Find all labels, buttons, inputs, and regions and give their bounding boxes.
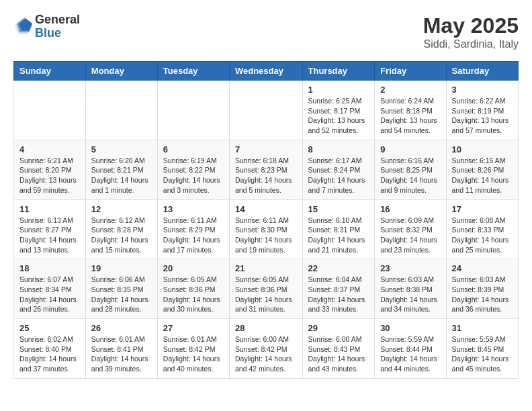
day-info: Sunrise: 6:01 AM Sunset: 8:42 PM Dayligh… (163, 334, 224, 374)
calendar-cell (14, 81, 86, 140)
logo-text: General Blue (35, 13, 80, 40)
day-number: 31 (452, 323, 513, 333)
day-number: 21 (235, 263, 297, 273)
day-number: 12 (91, 204, 152, 214)
calendar-week-row: 11Sunrise: 6:13 AM Sunset: 8:27 PM Dayli… (14, 199, 519, 259)
calendar-cell: 25Sunrise: 6:02 AM Sunset: 8:40 PM Dayli… (14, 319, 86, 379)
day-info: Sunrise: 6:07 AM Sunset: 8:34 PM Dayligh… (19, 275, 80, 314)
day-number: 10 (452, 144, 513, 154)
calendar-cell: 28Sunrise: 6:00 AM Sunset: 8:42 PM Dayli… (229, 319, 302, 379)
calendar-cell: 26Sunrise: 6:01 AM Sunset: 8:41 PM Dayli… (85, 319, 157, 379)
day-number: 16 (380, 204, 440, 214)
calendar-cell: 20Sunrise: 6:05 AM Sunset: 8:36 PM Dayli… (157, 259, 229, 319)
calendar-cell: 3Sunrise: 6:22 AM Sunset: 8:19 PM Daylig… (446, 81, 518, 140)
day-info: Sunrise: 6:04 AM Sunset: 8:37 PM Dayligh… (308, 275, 369, 314)
calendar-title: May 2025 (423, 13, 519, 38)
day-number: 5 (91, 144, 152, 154)
day-number: 13 (163, 204, 224, 214)
day-info: Sunrise: 6:12 AM Sunset: 8:28 PM Dayligh… (91, 216, 152, 255)
day-number: 19 (91, 263, 152, 273)
calendar-week-row: 4Sunrise: 6:21 AM Sunset: 8:20 PM Daylig… (14, 140, 519, 199)
day-number: 6 (163, 144, 224, 154)
calendar-cell: 16Sunrise: 6:09 AM Sunset: 8:32 PM Dayli… (375, 199, 446, 259)
day-number: 28 (235, 323, 297, 333)
calendar-cell (229, 81, 302, 140)
day-number: 2 (380, 85, 440, 95)
calendar-cell: 2Sunrise: 6:24 AM Sunset: 8:18 PM Daylig… (375, 81, 446, 140)
day-number: 30 (380, 323, 440, 333)
calendar-cell: 31Sunrise: 5:59 AM Sunset: 8:45 PM Dayli… (446, 319, 518, 379)
day-info: Sunrise: 6:15 AM Sunset: 8:26 PM Dayligh… (452, 156, 513, 195)
day-of-week-header: Tuesday (157, 62, 229, 81)
calendar-cell: 29Sunrise: 6:00 AM Sunset: 8:43 PM Dayli… (302, 319, 375, 379)
day-info: Sunrise: 5:59 AM Sunset: 8:44 PM Dayligh… (380, 334, 440, 374)
calendar-cell: 18Sunrise: 6:07 AM Sunset: 8:34 PM Dayli… (14, 259, 86, 319)
logo: General Blue (13, 13, 80, 40)
day-number: 22 (308, 263, 369, 273)
day-number: 4 (19, 144, 80, 154)
day-of-week-header: Saturday (446, 62, 518, 81)
calendar-cell (85, 81, 157, 140)
calendar-header-row: SundayMondayTuesdayWednesdayThursdayFrid… (14, 62, 519, 81)
day-info: Sunrise: 6:10 AM Sunset: 8:31 PM Dayligh… (308, 216, 369, 255)
calendar-cell: 10Sunrise: 6:15 AM Sunset: 8:26 PM Dayli… (446, 140, 518, 199)
day-info: Sunrise: 5:59 AM Sunset: 8:45 PM Dayligh… (452, 334, 513, 374)
day-number: 3 (452, 85, 513, 95)
day-info: Sunrise: 6:03 AM Sunset: 8:38 PM Dayligh… (380, 275, 440, 314)
day-info: Sunrise: 6:11 AM Sunset: 8:30 PM Dayligh… (235, 216, 297, 255)
day-info: Sunrise: 6:21 AM Sunset: 8:20 PM Dayligh… (19, 156, 80, 195)
calendar-cell: 22Sunrise: 6:04 AM Sunset: 8:37 PM Dayli… (302, 259, 375, 319)
calendar-week-row: 18Sunrise: 6:07 AM Sunset: 8:34 PM Dayli… (14, 259, 519, 319)
day-info: Sunrise: 6:19 AM Sunset: 8:22 PM Dayligh… (163, 156, 224, 195)
day-info: Sunrise: 6:25 AM Sunset: 8:17 PM Dayligh… (308, 96, 369, 136)
day-number: 29 (308, 323, 369, 333)
day-number: 23 (380, 263, 440, 273)
day-info: Sunrise: 6:16 AM Sunset: 8:25 PM Dayligh… (380, 156, 440, 195)
calendar-cell: 23Sunrise: 6:03 AM Sunset: 8:38 PM Dayli… (375, 259, 446, 319)
day-info: Sunrise: 6:00 AM Sunset: 8:43 PM Dayligh… (308, 334, 369, 374)
calendar-cell: 27Sunrise: 6:01 AM Sunset: 8:42 PM Dayli… (157, 319, 229, 379)
day-number: 17 (452, 204, 513, 214)
day-info: Sunrise: 6:05 AM Sunset: 8:36 PM Dayligh… (163, 275, 224, 314)
calendar-cell: 4Sunrise: 6:21 AM Sunset: 8:20 PM Daylig… (14, 140, 86, 199)
day-info: Sunrise: 6:06 AM Sunset: 8:35 PM Dayligh… (91, 275, 152, 314)
calendar-cell: 8Sunrise: 6:17 AM Sunset: 8:24 PM Daylig… (302, 140, 375, 199)
day-info: Sunrise: 6:13 AM Sunset: 8:27 PM Dayligh… (19, 216, 80, 255)
day-info: Sunrise: 6:22 AM Sunset: 8:19 PM Dayligh… (452, 96, 513, 136)
calendar-table: SundayMondayTuesdayWednesdayThursdayFrid… (13, 61, 519, 379)
day-info: Sunrise: 6:03 AM Sunset: 8:39 PM Dayligh… (452, 275, 513, 314)
calendar-cell: 7Sunrise: 6:18 AM Sunset: 8:23 PM Daylig… (229, 140, 302, 199)
title-block: May 2025 Siddi, Sardinia, Italy (423, 13, 519, 50)
day-number: 8 (308, 144, 369, 154)
logo-blue-text: Blue (35, 27, 80, 40)
calendar-cell: 15Sunrise: 6:10 AM Sunset: 8:31 PM Dayli… (302, 199, 375, 259)
day-number: 24 (452, 263, 513, 273)
day-number: 1 (308, 85, 369, 95)
day-number: 7 (235, 144, 297, 154)
day-of-week-header: Monday (85, 62, 157, 81)
calendar-cell: 5Sunrise: 6:20 AM Sunset: 8:21 PM Daylig… (85, 140, 157, 199)
calendar-cell: 6Sunrise: 6:19 AM Sunset: 8:22 PM Daylig… (157, 140, 229, 199)
day-info: Sunrise: 6:09 AM Sunset: 8:32 PM Dayligh… (380, 216, 440, 255)
calendar-week-row: 25Sunrise: 6:02 AM Sunset: 8:40 PM Dayli… (14, 319, 519, 379)
page-header: General Blue May 2025 Siddi, Sardinia, I… (13, 13, 519, 50)
day-of-week-header: Friday (375, 62, 446, 81)
calendar-subtitle: Siddi, Sardinia, Italy (423, 38, 519, 50)
day-number: 25 (19, 323, 80, 333)
day-info: Sunrise: 6:17 AM Sunset: 8:24 PM Dayligh… (308, 156, 369, 195)
day-info: Sunrise: 6:11 AM Sunset: 8:29 PM Dayligh… (163, 216, 224, 255)
day-info: Sunrise: 6:20 AM Sunset: 8:21 PM Dayligh… (91, 156, 152, 195)
calendar-cell: 30Sunrise: 5:59 AM Sunset: 8:44 PM Dayli… (375, 319, 446, 379)
day-of-week-header: Sunday (14, 62, 86, 81)
logo-general-text: General (35, 13, 80, 27)
day-number: 15 (308, 204, 369, 214)
calendar-cell (157, 81, 229, 140)
logo-icon (13, 17, 32, 36)
day-of-week-header: Thursday (302, 62, 375, 81)
day-info: Sunrise: 6:00 AM Sunset: 8:42 PM Dayligh… (235, 334, 297, 374)
day-info: Sunrise: 6:18 AM Sunset: 8:23 PM Dayligh… (235, 156, 297, 195)
day-number: 11 (19, 204, 80, 214)
calendar-week-row: 1Sunrise: 6:25 AM Sunset: 8:17 PM Daylig… (14, 81, 519, 140)
day-info: Sunrise: 6:05 AM Sunset: 8:36 PM Dayligh… (235, 275, 297, 314)
calendar-cell: 19Sunrise: 6:06 AM Sunset: 8:35 PM Dayli… (85, 259, 157, 319)
